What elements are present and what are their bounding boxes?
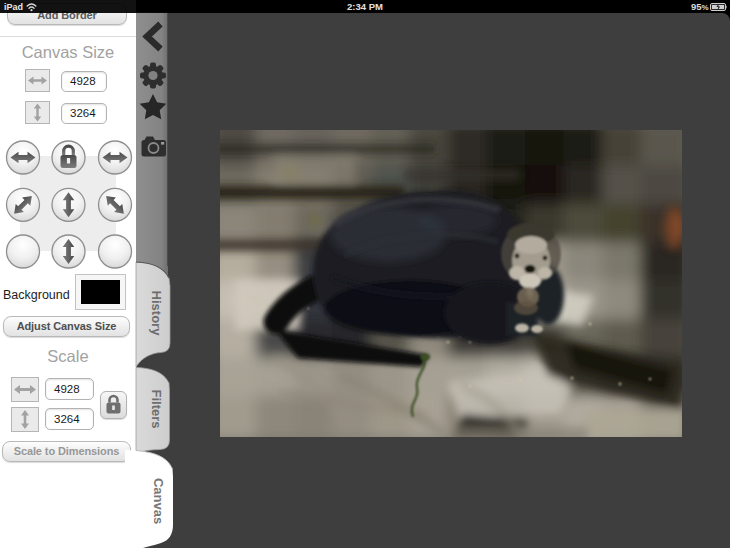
svg-text:Canvas: Canvas bbox=[151, 478, 166, 524]
svg-text:History: History bbox=[149, 291, 164, 337]
svg-text:Filters: Filters bbox=[149, 389, 164, 428]
